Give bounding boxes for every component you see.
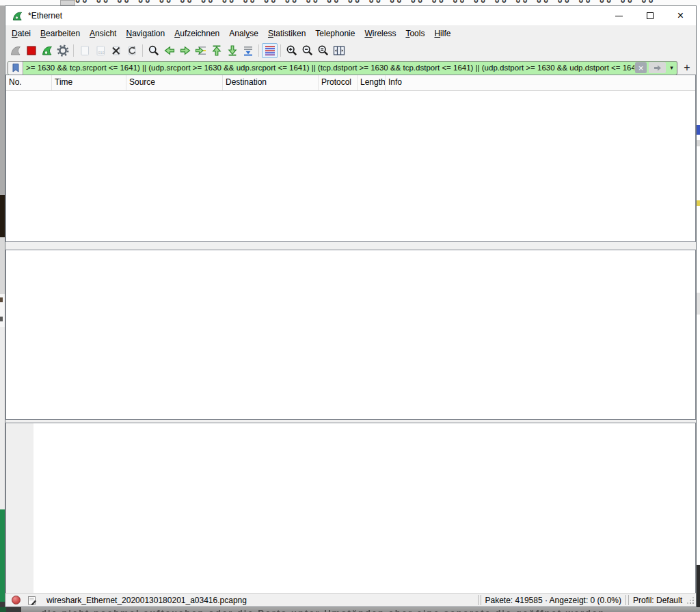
zoom-in-button[interactable] xyxy=(284,43,299,58)
menu-item-statistiken[interactable]: Statistiken xyxy=(263,26,310,41)
background-right-strip xyxy=(697,5,700,607)
background-bottom-strip: die nicht nochmal auftauchen oder die Po… xyxy=(0,607,700,612)
menu-item-ansicht[interactable]: Ansicht xyxy=(85,26,121,41)
start-capture-button[interactable] xyxy=(8,43,23,58)
bg-left-seg xyxy=(0,195,5,237)
colorize-icon xyxy=(264,44,276,57)
gear-icon xyxy=(57,44,69,57)
find-packet-button[interactable] xyxy=(146,43,161,58)
bookmark-icon xyxy=(12,63,20,72)
zoom-out-button[interactable] xyxy=(299,43,315,58)
stop-capture-button[interactable] xyxy=(23,43,39,58)
packet-list-pane[interactable]: No.TimeSourceDestinationProtocolLengthIn… xyxy=(5,75,696,242)
packet-details-pane[interactable] xyxy=(5,250,696,420)
background-left-strip xyxy=(0,5,5,607)
restart-capture-button[interactable] xyxy=(39,43,55,58)
menu-item-telephonie[interactable]: Telephonie xyxy=(310,26,360,41)
column-header-destination[interactable]: Destination xyxy=(223,75,319,90)
bg-left-seg xyxy=(0,509,5,602)
packet-list-header: No.TimeSourceDestinationProtocolLengthIn… xyxy=(6,75,695,91)
colorize-packets-button[interactable] xyxy=(262,43,278,58)
packet-bytes-gutter xyxy=(6,423,33,594)
menu-item-wireless[interactable]: Wireless xyxy=(360,26,401,41)
shark-fin-gray-icon xyxy=(10,44,22,57)
arrow-down-bar-icon xyxy=(226,44,239,57)
window-controls: × xyxy=(604,6,696,25)
column-header-source[interactable]: Source xyxy=(126,75,223,90)
capture-filename: wireshark_Ethernet_20200130180201_a03416… xyxy=(46,596,247,605)
bg-left-seg xyxy=(0,237,5,294)
capture-options-button[interactable] xyxy=(55,43,70,58)
background-text-fragment: die nicht nochmal auftauchen oder die Po… xyxy=(41,608,700,612)
status-bar: wireshark_Ethernet_20200130180201_a03416… xyxy=(5,593,696,607)
comment-pencil-icon xyxy=(27,596,37,605)
bg-left-seg xyxy=(0,297,3,302)
arrow-right-icon xyxy=(179,44,191,57)
chevron-down-icon: ▾ xyxy=(670,64,673,71)
search-icon xyxy=(148,44,160,57)
resize-columns-icon xyxy=(333,44,345,57)
go-to-packet-button[interactable] xyxy=(193,43,208,58)
toolbar-separator xyxy=(142,44,143,57)
menu-bar: DateiBearbeitenAnsichtNavigationAufzeich… xyxy=(5,25,696,42)
zoom-original-button[interactable] xyxy=(315,43,331,58)
go-forward-button[interactable] xyxy=(177,43,193,58)
bg-right-seg xyxy=(697,125,700,135)
shark-fin-green-icon xyxy=(41,44,53,57)
column-header-length[interactable]: Length xyxy=(358,75,386,90)
zoom-in-icon xyxy=(286,44,298,57)
resize-columns-button[interactable] xyxy=(331,43,347,58)
open-file-button[interactable] xyxy=(77,43,92,58)
stop-square-icon xyxy=(25,44,38,57)
toolbar-separator xyxy=(280,44,281,57)
close-icon: × xyxy=(677,10,684,21)
auto-scroll-button[interactable] xyxy=(240,43,256,58)
minimize-button[interactable] xyxy=(604,6,634,25)
menu-item-tools[interactable]: Tools xyxy=(401,26,429,41)
menu-item-datei[interactable]: Datei xyxy=(7,26,36,41)
menu-item-navigation[interactable]: Navigation xyxy=(121,26,170,41)
menu-item-aufzeichnen[interactable]: Aufzeichnen xyxy=(170,26,224,41)
arrow-left-icon xyxy=(163,44,176,57)
display-filter-input[interactable] xyxy=(23,62,635,75)
close-button[interactable]: × xyxy=(665,6,696,25)
menu-item-hilfe[interactable]: Hilfe xyxy=(429,26,455,41)
reload-icon xyxy=(126,44,138,57)
filter-apply-button[interactable] xyxy=(649,62,666,73)
capture-comment-button[interactable] xyxy=(27,596,37,605)
go-last-button[interactable] xyxy=(224,43,240,58)
maximize-button[interactable] xyxy=(634,6,665,25)
wireshark-logo-icon xyxy=(12,10,23,22)
bg-right-seg xyxy=(697,293,700,315)
filter-clear-button[interactable]: × xyxy=(635,62,647,73)
screen: 88 88 88 88 88 88 88 88 88 88 88 88 88 8… xyxy=(0,0,700,612)
close-file-icon xyxy=(110,44,122,57)
auto-scroll-icon xyxy=(242,44,254,57)
filter-dropdown-button[interactable]: ▾ xyxy=(667,62,677,75)
reload-file-button[interactable] xyxy=(124,43,139,58)
column-header-no[interactable]: No. xyxy=(6,75,52,90)
go-back-button[interactable] xyxy=(161,43,177,58)
zoom-out-icon xyxy=(301,44,314,57)
background-top-strip: 88 88 88 88 88 88 88 88 88 88 88 88 88 8… xyxy=(0,0,700,5)
filter-bookmark-button[interactable] xyxy=(8,62,23,75)
resize-grip[interactable] xyxy=(686,595,696,606)
minimize-icon xyxy=(615,16,623,16)
menu-item-bearbeiten[interactable]: Bearbeiten xyxy=(36,26,85,41)
packet-bytes-pane[interactable] xyxy=(5,423,696,594)
profile-status[interactable]: Profil: Default xyxy=(633,596,682,605)
go-first-button[interactable] xyxy=(208,43,224,58)
svg-text:010: 010 xyxy=(98,51,104,55)
expert-info-button[interactable] xyxy=(12,596,21,604)
bg-left-seg xyxy=(0,327,5,509)
save-file-button[interactable]: 010 xyxy=(92,43,108,58)
column-header-info[interactable]: Info xyxy=(386,75,695,90)
column-header-protocol[interactable]: Protocol xyxy=(319,75,358,90)
packet-count-status: Pakete: 419585 · Angezeigt: 0 (0.0%) xyxy=(485,596,621,605)
close-file-button[interactable] xyxy=(108,43,124,58)
menu-item-analyse[interactable]: Analyse xyxy=(224,26,263,41)
filter-add-button[interactable]: + xyxy=(680,61,694,75)
bg-right-seg xyxy=(697,565,700,607)
column-header-time[interactable]: Time xyxy=(52,75,126,90)
arrow-up-bar-icon xyxy=(211,44,223,57)
